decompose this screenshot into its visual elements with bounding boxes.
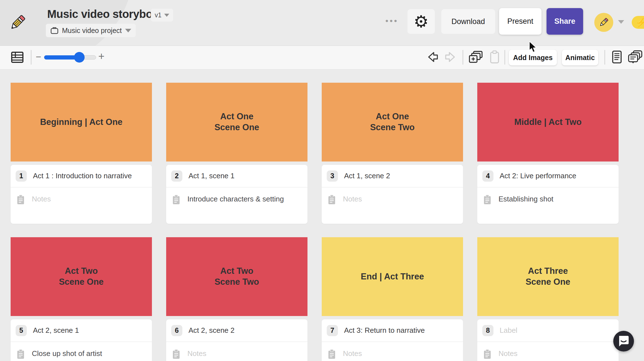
redo-icon[interactable] xyxy=(444,51,457,63)
frame-notes-row[interactable]: Close up shot of artist xyxy=(11,341,152,361)
scene-card-body: 7 Act 3: Return to narrative Notes xyxy=(322,319,463,361)
present-button[interactable]: Present xyxy=(499,8,542,35)
copy-frames-icon[interactable] xyxy=(468,50,483,64)
scene-color-header[interactable]: Act One Scene Two xyxy=(322,83,463,162)
project-dropdown[interactable]: Music video project xyxy=(46,24,136,37)
toolbar-divider xyxy=(462,50,463,65)
frame-notes[interactable]: Close up shot of artist xyxy=(32,349,102,358)
frame-notes-row[interactable]: Notes xyxy=(166,341,307,361)
notes-clipboard-icon xyxy=(328,195,336,205)
notes-clipboard-icon xyxy=(328,349,336,359)
scene-color-header[interactable]: Middle | Act Two xyxy=(477,83,619,162)
grid-view-icon[interactable] xyxy=(11,51,24,64)
notes-clipboard-icon xyxy=(172,349,180,359)
frame-label-row[interactable]: 2 Act 1, scene 1 xyxy=(166,165,307,187)
frame-label[interactable]: Act 2: Live performance xyxy=(500,172,576,180)
frame-notes-row[interactable]: Establishing shot xyxy=(477,187,619,224)
frame-notes-row[interactable]: Notes xyxy=(11,187,152,224)
scene-card: Beginning | Act One 1 Act 1 : Introducti… xyxy=(11,83,152,224)
frame-number-badge: 4 xyxy=(482,170,493,182)
notes-clipboard-icon xyxy=(17,349,25,359)
frame-label-row[interactable]: 5 Act 2, scene 1 xyxy=(11,319,152,341)
undo-icon[interactable] xyxy=(426,51,439,63)
scene-card-body: 1 Act 1 : Introduction to narrative Note… xyxy=(11,165,152,224)
animatic-button[interactable]: Animatic xyxy=(562,50,598,65)
frame-notes[interactable]: Notes xyxy=(343,195,362,203)
frame-label[interactable]: Label xyxy=(500,326,517,335)
frame-label[interactable]: Act 2, scene 2 xyxy=(189,326,235,335)
frame-label[interactable]: Act 2, scene 1 xyxy=(33,326,79,335)
version-dropdown[interactable]: v1 xyxy=(151,9,173,22)
account-chevron-down-icon[interactable] xyxy=(618,20,624,24)
frame-label-row[interactable]: 3 Act 1, scene 2 xyxy=(322,165,463,187)
toolbar-divider xyxy=(604,50,605,65)
frame-label[interactable]: Act 3: Return to narrative xyxy=(344,326,425,335)
frame-notes[interactable]: Notes xyxy=(343,349,362,358)
more-options-button[interactable]: ••• xyxy=(385,16,399,26)
frame-notes[interactable]: Establishing shot xyxy=(498,195,554,203)
zoom-slider-thumb[interactable] xyxy=(74,52,85,63)
project-name: Music video project xyxy=(62,27,122,35)
frame-label[interactable]: Act 1, scene 2 xyxy=(344,172,390,180)
upgrade-bolt-button[interactable]: ⚡ xyxy=(632,16,644,29)
frames-captions-icon[interactable] xyxy=(627,50,643,64)
frame-label-row[interactable]: 7 Act 3: Return to narrative xyxy=(322,319,463,341)
scene-card-body: 5 Act 2, scene 1 Close up shot of artist xyxy=(11,319,152,361)
share-button[interactable]: Share xyxy=(547,8,583,35)
scene-title: Act Two Scene One xyxy=(59,266,104,288)
notes-clipboard-icon xyxy=(172,195,180,205)
scene-card-body: 4 Act 2: Live performance Establishing s… xyxy=(477,165,619,224)
scene-color-header[interactable]: Act Two Scene One xyxy=(11,237,152,316)
notes-clipboard-icon xyxy=(483,349,491,359)
settings-button[interactable]: ⚙ xyxy=(407,9,435,34)
scene-title: Act Two Scene Two xyxy=(214,266,259,288)
paste-clipboard-icon[interactable] xyxy=(489,50,500,64)
frame-notes-row[interactable]: Notes xyxy=(477,341,619,361)
frame-notes-row[interactable]: Notes xyxy=(322,341,463,361)
download-button[interactable]: Download xyxy=(441,9,495,34)
zoom-in-button[interactable]: + xyxy=(98,50,104,62)
frame-notes[interactable]: Introduce characters & setting xyxy=(187,195,284,203)
scene-card: Act Two Scene One 5 Act 2, scene 1 Close… xyxy=(11,237,152,361)
user-avatar[interactable] xyxy=(594,13,613,32)
frame-label-row[interactable]: 6 Act 2, scene 2 xyxy=(166,319,307,341)
frame-number-badge: 3 xyxy=(327,170,338,182)
frame-notes[interactable]: Notes xyxy=(32,195,51,203)
scene-title: Act One Scene Two xyxy=(370,111,415,133)
chevron-down-icon xyxy=(125,29,131,32)
frame-label[interactable]: Act 1 : Introduction to narrative xyxy=(33,172,132,180)
frame-number-badge: 8 xyxy=(482,325,493,336)
add-images-button[interactable]: Add Images xyxy=(509,50,557,65)
scene-card: Act One Scene Two 3 Act 1, scene 2 Notes xyxy=(322,83,463,224)
chat-bubble-icon xyxy=(618,335,629,347)
chevron-down-icon xyxy=(164,14,169,17)
frame-label[interactable]: Act 1, scene 1 xyxy=(189,172,235,180)
frame-number-badge: 6 xyxy=(171,325,182,336)
toolbar-divider xyxy=(31,50,32,65)
frame-notes-row[interactable]: Introduce characters & setting xyxy=(166,187,307,224)
avatar-pencil-icon xyxy=(598,17,609,28)
frame-label-row[interactable]: 1 Act 1 : Introduction to narrative xyxy=(11,165,152,187)
frame-notes-row[interactable]: Notes xyxy=(322,187,463,224)
scene-color-header[interactable]: End | Act Three xyxy=(322,237,463,316)
scene-color-header[interactable]: Act One Scene One xyxy=(166,83,307,162)
scene-title: Act One Scene One xyxy=(214,111,259,133)
scene-color-header[interactable]: Beginning | Act One xyxy=(11,83,152,162)
zoom-out-button[interactable]: − xyxy=(36,51,41,62)
shotlist-document-icon[interactable] xyxy=(611,50,623,64)
chat-launcher-button[interactable] xyxy=(613,331,634,352)
frame-notes[interactable]: Notes xyxy=(498,349,517,358)
scene-color-header[interactable]: Act Three Scene One xyxy=(477,237,619,316)
scene-color-header[interactable]: Act Two Scene Two xyxy=(166,237,307,316)
frame-number-badge: 1 xyxy=(16,170,27,182)
scene-card: Act Two Scene Two 6 Act 2, scene 2 Notes xyxy=(166,237,307,361)
frame-label-row[interactable]: 8 Label xyxy=(477,319,619,341)
frame-notes[interactable]: Notes xyxy=(187,349,206,358)
scene-title: Beginning | Act One xyxy=(40,117,122,128)
folder-icon xyxy=(50,27,59,34)
app-logo-pencil-icon[interactable] xyxy=(8,13,27,32)
frame-label-row[interactable]: 4 Act 2: Live performance xyxy=(477,165,619,187)
frame-number-badge: 2 xyxy=(171,170,182,182)
notes-clipboard-icon xyxy=(483,195,491,205)
scene-card-body: 2 Act 1, scene 1 Introduce characters & … xyxy=(166,165,307,224)
